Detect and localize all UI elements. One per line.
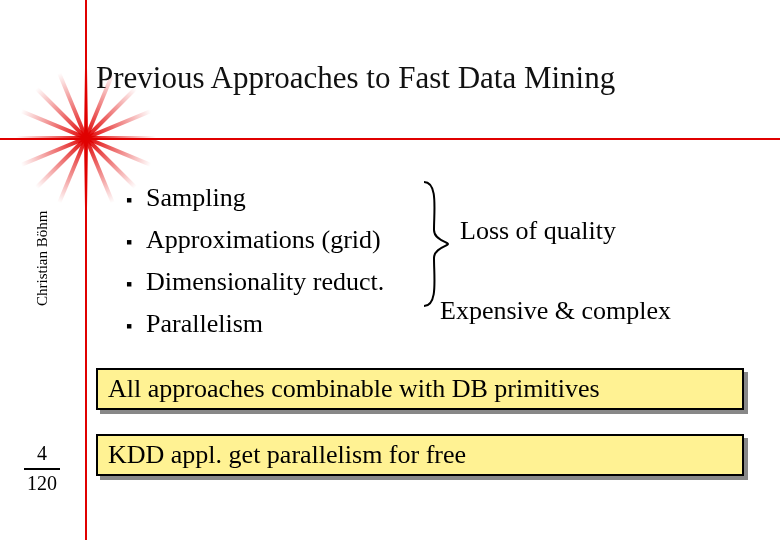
author-label: Christian Böhm (34, 211, 51, 306)
curly-brace-icon (418, 180, 452, 308)
bullet-text: Approximations (grid) (146, 220, 381, 260)
highlight-combinable: All approaches combinable with DB primit… (96, 368, 744, 410)
bullet-icon: ▪ (126, 180, 146, 220)
bullet-text: Dimensionality reduct. (146, 262, 384, 302)
slide: Previous Approaches to Fast Data Mining … (0, 0, 780, 540)
bullet-icon: ▪ (126, 264, 146, 304)
note-expensive: Expensive & complex (440, 296, 671, 326)
bullet-text: Sampling (146, 178, 246, 218)
bullet-text: Parallelism (146, 304, 263, 344)
slide-title: Previous Approaches to Fast Data Mining (96, 60, 615, 96)
highlight-parallelism-free: KDD appl. get parallelism for free (96, 434, 744, 476)
note-loss-of-quality: Loss of quality (460, 216, 616, 246)
bullet-icon: ▪ (126, 222, 146, 262)
page-current: 4 (22, 442, 62, 465)
page-total: 120 (22, 472, 62, 495)
bullet-icon: ▪ (126, 306, 146, 346)
page-divider (24, 468, 60, 470)
